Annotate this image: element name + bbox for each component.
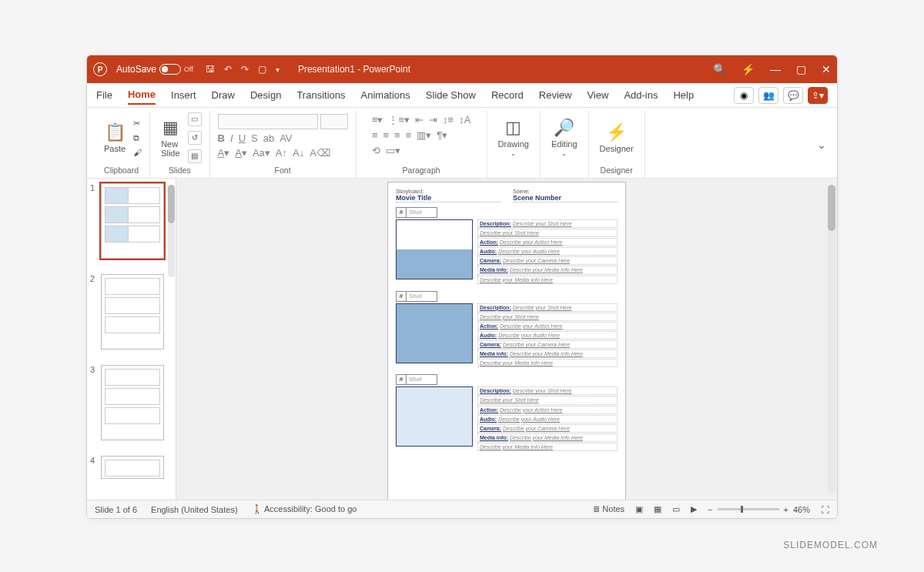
zoom-out-icon[interactable]: − [708,505,712,514]
audio-ph[interactable]: Describe your Audio Here [498,416,560,422]
zoom-value[interactable]: 46% [793,505,810,514]
thumb-scrollbar[interactable] [168,185,175,277]
canvas[interactable]: Storyboard:Movie Title Scene:Scene Numbe… [176,179,837,500]
maximize-icon[interactable]: ▢ [796,63,806,75]
align-left-icon[interactable]: ≡ [372,129,378,141]
drawing-button[interactable]: ◫Drawing⌄ [495,116,532,159]
format-painter-icon[interactable]: 🖌 [133,148,142,157]
minimize-icon[interactable]: — [770,63,781,75]
font-size-box[interactable] [320,114,348,129]
tab-review[interactable]: Review [539,86,572,104]
desc-ph[interactable]: Describe your Shot Here [513,388,572,393]
media-ph[interactable]: Describe your Media Info Here [510,267,583,273]
indent-right-icon[interactable]: ⇥ [429,114,437,125]
grow-font-icon[interactable]: A↑ [276,147,287,159]
save-icon[interactable]: 🖫 [206,64,215,75]
camera-ph[interactable]: Describe your Camera Here [503,342,570,347]
strike-icon[interactable]: S [251,132,258,144]
convert-icon[interactable]: ⟲ [372,145,380,156]
shot-num[interactable]: # [396,291,407,302]
columns-icon[interactable]: ▥▾ [417,129,431,141]
rtl-icon[interactable]: ¶▾ [437,129,447,141]
action-ph[interactable]: Describe your Action Here [500,407,562,413]
tab-animations[interactable]: Animations [361,86,410,104]
underline-icon[interactable]: U [239,132,246,144]
media-ph2[interactable]: Describe your Media Info Here [480,444,553,450]
comments-button[interactable]: 💬 [783,87,803,104]
case-icon[interactable]: Aa▾ [253,147,270,159]
shot-image-3[interactable] [396,386,473,447]
fit-icon[interactable]: ⛶ [821,505,829,514]
camera-ph[interactable]: Describe your Camera Here [503,426,570,431]
shrink-font-icon[interactable]: A↓ [293,147,304,159]
qat-more-icon[interactable]: ▾ [276,65,280,74]
line-spacing-icon[interactable]: ↕≡ [443,114,454,125]
align-right-icon[interactable]: ≡ [394,129,400,141]
tab-transitions[interactable]: Transitions [296,86,345,104]
desc-ph2[interactable]: Describe your Shot Here [480,397,539,403]
indent-left-icon[interactable]: ⇤ [415,114,424,125]
slide-count[interactable]: Slide 1 of 6 [95,505,137,514]
highlight-icon[interactable]: A▾ [235,147,247,159]
zoom-in-icon[interactable]: + [784,505,788,514]
desc-ph[interactable]: Describe your Shot Here [513,221,572,226]
media-ph2[interactable]: Describe your Media Info Here [480,277,553,283]
new-slide-button[interactable]: ▦New Slide [158,116,182,159]
font-color-icon[interactable]: A▾ [218,147,230,159]
tab-draw[interactable]: Draw [212,86,235,104]
close-icon[interactable]: ✕ [822,63,831,75]
undo-icon[interactable]: ↶ [224,64,232,75]
clear-format-icon[interactable]: A⌫ [310,147,330,159]
zoom-slider[interactable] [718,508,779,510]
zoom-control[interactable]: − + 46% [708,505,810,514]
notes-button[interactable]: ≣ Notes [593,504,624,514]
italic-icon[interactable]: I [230,132,233,144]
media-ph2[interactable]: Describe your Media Info Here [480,360,553,366]
plug-icon[interactable]: ⚡ [742,63,755,75]
tab-insert[interactable]: Insert [171,86,196,104]
thumb-3[interactable]: 3 [90,365,172,440]
bullets-icon[interactable]: ≡▾ [372,114,383,125]
desc-ph2[interactable]: Describe your Shot Here [480,230,539,236]
audio-ph[interactable]: Describe your Audio Here [498,333,560,338]
accessibility[interactable]: 🚶 Accessibility: Good to go [252,504,357,514]
reading-view-icon[interactable]: ▭ [672,504,680,514]
smartart-icon[interactable]: ▭▾ [386,145,400,156]
editing-button[interactable]: 🔎Editing⌄ [548,116,581,159]
shot-image-1[interactable] [396,219,473,279]
toggle-icon[interactable] [159,64,181,75]
font-name-box[interactable] [218,114,318,129]
tab-addins[interactable]: Add-ins [624,86,658,104]
thumb-2[interactable]: 2 [90,274,172,350]
desc-ph2[interactable]: Describe your Shot Here [480,314,539,319]
search-icon[interactable]: 🔍 [713,63,726,75]
action-ph[interactable]: Describe your Action Here [500,323,562,329]
thumb-1[interactable]: 1 [90,183,172,259]
tab-slideshow[interactable]: Slide Show [426,86,476,104]
media-ph[interactable]: Describe your Media Info Here [510,435,583,440]
numbering-icon[interactable]: ⋮≡▾ [388,114,410,125]
cut-icon[interactable]: ✂ [133,119,142,129]
autosave-toggle[interactable]: AutoSave Off [116,64,193,75]
normal-view-icon[interactable]: ▣ [635,504,643,514]
sorter-view-icon[interactable]: ▦ [654,504,661,514]
shot-num[interactable]: # [396,207,407,218]
share-button[interactable]: ⇪▾ [808,87,828,104]
shot-num[interactable]: # [396,374,407,385]
tab-record[interactable]: Record [491,86,524,104]
tab-view[interactable]: View [587,86,608,104]
tab-file[interactable]: File [96,86,112,104]
action-ph[interactable]: Describe your Action Here [500,239,562,245]
ribbon-collapse-icon[interactable]: ⌄ [817,139,831,151]
language[interactable]: English (United States) [151,505,238,514]
designer-button[interactable]: ⚡Designer [597,121,637,155]
tab-design[interactable]: Design [250,86,281,104]
media-ph[interactable]: Describe your Media Info Here [510,351,583,356]
justify-icon[interactable]: ≡ [406,129,412,141]
camera-button[interactable]: ◉ [734,87,754,104]
reset-button[interactable]: ↺ [188,131,202,145]
tab-home[interactable]: Home [128,85,156,105]
desc-ph[interactable]: Describe your Shot Here [513,305,572,310]
redo-icon[interactable]: ↷ [241,64,249,75]
camera-ph[interactable]: Describe your Camera Here [503,258,570,263]
